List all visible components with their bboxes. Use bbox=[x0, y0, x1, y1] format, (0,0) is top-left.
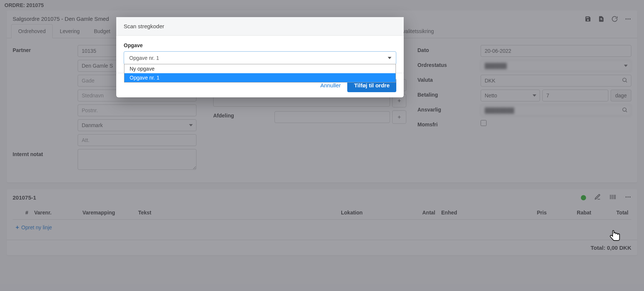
col-pris: Pris bbox=[505, 206, 550, 220]
search-doc-icon[interactable] bbox=[598, 16, 605, 22]
ansvarlig-label: Ansvarlig bbox=[417, 104, 481, 113]
col-varenr: Varenr. bbox=[31, 206, 79, 220]
ordrestatus-label: Ordrestatus bbox=[417, 60, 481, 68]
new-line-button[interactable]: + Opret ny linje bbox=[13, 220, 631, 235]
svg-point-13 bbox=[628, 197, 629, 198]
svg-point-12 bbox=[625, 197, 627, 198]
save-icon[interactable] bbox=[585, 16, 591, 22]
opgave-select[interactable]: Opgave nr. 1 Ny opgave Opgave nr. 1 bbox=[124, 51, 396, 65]
momsfri-checkbox[interactable] bbox=[481, 120, 487, 126]
scan-barcode-modal: Scan stregkoder Opgave Opgave nr. 1 Ny o… bbox=[116, 17, 404, 97]
svg-rect-9 bbox=[613, 195, 614, 199]
opgave-dropdown: Ny opgave Opgave nr. 1 bbox=[124, 64, 396, 83]
lines-table: # Varenr. Varemapping Tekst Lokation Ant… bbox=[13, 206, 631, 220]
ordrestatus-select[interactable]: ██████ bbox=[481, 60, 631, 72]
partner-label: Partner bbox=[13, 45, 78, 53]
svg-point-5 bbox=[623, 108, 626, 111]
opgave-option-new[interactable]: Ny opgave bbox=[124, 64, 396, 73]
plus-icon: + bbox=[16, 224, 19, 231]
internal-note-label: Internt notat bbox=[13, 149, 78, 157]
search-icon[interactable] bbox=[622, 107, 628, 114]
svg-point-14 bbox=[630, 197, 631, 198]
valuta-input[interactable] bbox=[481, 75, 631, 87]
afdeling-label: Afdeling bbox=[213, 110, 247, 119]
opgave-option-1[interactable]: Opgave nr. 1 bbox=[124, 73, 396, 82]
lines-card: 201075-1 # Varenr. Varemapping Tekst Lok… bbox=[7, 189, 637, 255]
col-antal: Antal bbox=[412, 206, 438, 220]
new-line-label: Opret ny linje bbox=[21, 224, 52, 230]
svg-point-2 bbox=[630, 18, 631, 19]
col-tekst: Tekst bbox=[135, 206, 338, 220]
col-num: # bbox=[13, 206, 31, 220]
col-varemapping: Varemapping bbox=[79, 206, 135, 220]
svg-rect-11 bbox=[615, 195, 616, 199]
betaling-unit: dage bbox=[611, 90, 631, 101]
svg-rect-6 bbox=[610, 195, 611, 199]
more-icon[interactable] bbox=[625, 194, 631, 201]
lines-title: 201075-1 bbox=[13, 194, 36, 201]
search-icon[interactable] bbox=[622, 77, 628, 84]
svg-point-0 bbox=[625, 18, 627, 19]
svg-point-4 bbox=[623, 78, 626, 81]
lines-total: Total: 0,00 DKK bbox=[7, 240, 637, 255]
col-lokation: Lokation bbox=[338, 206, 412, 220]
betaling-days-input[interactable] bbox=[542, 90, 608, 101]
tab-ordrehoved[interactable]: Ordrehoved bbox=[11, 24, 53, 38]
country-select[interactable]: Danmark bbox=[78, 119, 196, 131]
tab-levering[interactable]: Levering bbox=[53, 24, 87, 38]
cancel-button[interactable]: Annuller bbox=[320, 82, 341, 88]
card-title: Salgsordre 201075 - Den Gamle Smed bbox=[13, 13, 109, 24]
opgave-label: Opgave bbox=[124, 42, 396, 48]
dato-label: Dato bbox=[417, 45, 481, 53]
svg-rect-10 bbox=[614, 195, 615, 199]
chevron-down-icon bbox=[388, 57, 391, 59]
page-title: ORDRE: 201075 bbox=[0, 0, 644, 10]
svg-rect-8 bbox=[612, 195, 613, 199]
zip-input[interactable] bbox=[78, 104, 196, 116]
edit-icon[interactable] bbox=[594, 194, 601, 201]
dato-input[interactable] bbox=[481, 45, 631, 57]
col-enhed: Enhed bbox=[438, 206, 505, 220]
more-icon[interactable] bbox=[625, 16, 631, 22]
betaling-label: Betaling bbox=[417, 90, 481, 98]
status-dot-icon bbox=[581, 195, 586, 200]
refresh-icon[interactable] bbox=[611, 16, 618, 22]
col-rabat: Rabat bbox=[550, 206, 594, 220]
betaling-term-select[interactable]: Netto bbox=[481, 90, 540, 101]
internal-note-textarea[interactable] bbox=[78, 149, 196, 170]
modal-title: Scan stregkoder bbox=[116, 17, 404, 36]
svg-rect-7 bbox=[611, 195, 612, 199]
ansvarlig-input[interactable]: ████████ bbox=[481, 104, 631, 116]
opgave-selected-value: Opgave nr. 1 bbox=[124, 52, 396, 64]
att-input[interactable] bbox=[78, 134, 196, 146]
valuta-label: Valuta bbox=[417, 75, 481, 83]
momsfri-label: Momsfri bbox=[417, 119, 481, 127]
tab-budget[interactable]: Budget bbox=[87, 24, 117, 38]
col-total: Total bbox=[594, 206, 631, 220]
barcode-icon[interactable] bbox=[609, 194, 617, 201]
afdeling-input[interactable] bbox=[274, 111, 390, 123]
svg-point-1 bbox=[628, 18, 629, 19]
plus-button-2[interactable] bbox=[392, 110, 406, 124]
